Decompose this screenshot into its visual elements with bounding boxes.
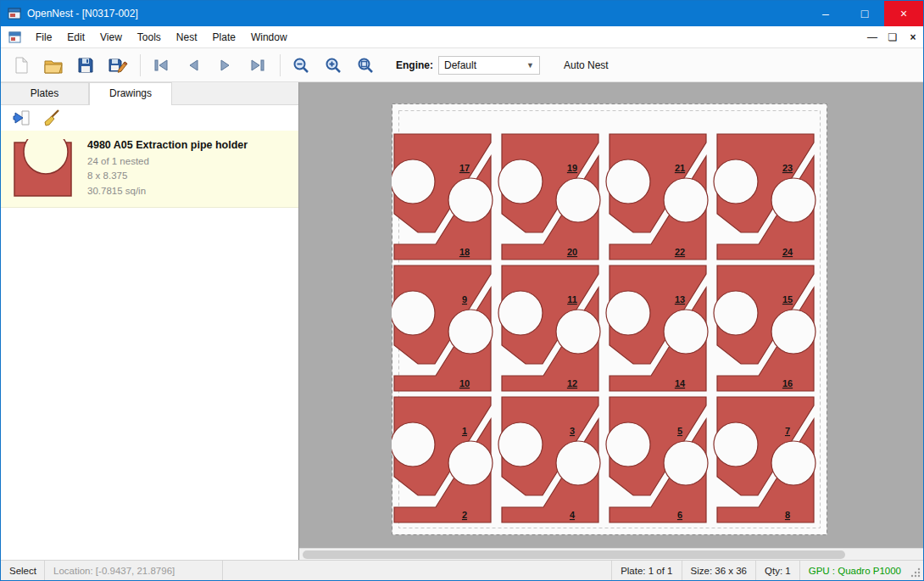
zoom-fit-icon (356, 56, 375, 75)
window-title: OpenNest - [N0317-002] (27, 8, 138, 20)
part-number: 16 (782, 378, 793, 388)
part-number: 15 (782, 294, 793, 304)
part-number: 20 (567, 247, 577, 257)
last-plate-button[interactable] (244, 52, 271, 79)
tab-drawings[interactable]: Drawings (89, 82, 172, 105)
sidebar-tabs: Plates Drawings (1, 82, 298, 105)
mdi-child-icon[interactable] (8, 31, 21, 43)
statusbar: Select Location: [-0.9437, 21.8796] Plat… (1, 560, 923, 580)
part-thumbnail (11, 139, 75, 198)
engine-select[interactable]: Default ▼ (438, 56, 540, 75)
part-circular-cutout (448, 310, 493, 354)
status-mode: Select (1, 561, 45, 580)
part-dimensions: 8 x 8.375 (87, 169, 248, 183)
part-number: 13 (675, 294, 685, 304)
part-circular-cutout (771, 310, 815, 354)
next-plate-button[interactable] (212, 52, 239, 79)
part-circular-cutout (498, 291, 543, 335)
app-icon (8, 7, 21, 20)
part-circular-cutout (448, 441, 493, 485)
part-area: 30.7815 sq/in (87, 184, 248, 198)
part-circular-cutout (714, 159, 758, 204)
part-number: 6 (677, 510, 682, 520)
broom-icon (42, 109, 63, 127)
new-file-icon (12, 56, 31, 75)
save-icon (76, 56, 95, 75)
clear-drawings-button[interactable] (42, 107, 64, 129)
mdi-restore-button[interactable]: ❏ (882, 28, 903, 47)
menu-nest[interactable]: Nest (169, 26, 205, 48)
import-arrow-icon (12, 109, 32, 127)
engine-label: Engine: (396, 59, 433, 71)
part-number: 1 (462, 426, 467, 436)
part-number: 5 (677, 426, 682, 436)
status-size: Size: 36 x 36 (682, 561, 755, 580)
app-window: OpenNest - [N0317-002] – □ × FileEditVie… (0, 0, 924, 581)
part-circular-cutout (498, 159, 543, 204)
part-circular-cutout (606, 159, 650, 204)
close-button[interactable]: × (884, 1, 923, 26)
zoom-out-button[interactable] (287, 52, 314, 79)
part-circular-cutout (714, 291, 758, 335)
part-number: 19 (567, 163, 577, 173)
part-circular-cutout (664, 441, 708, 485)
part-circular-cutout (392, 291, 435, 335)
mdi-close-button[interactable]: × (903, 28, 923, 47)
zoom-in-icon (324, 56, 342, 75)
mdi-minimize-button[interactable]: — (862, 28, 882, 47)
zoom-in-button[interactable] (320, 52, 347, 79)
nest-canvas[interactable]: 171819202122232491011121314151612345678 (299, 82, 923, 560)
menu-window[interactable]: Window (243, 26, 295, 48)
first-plate-button[interactable] (148, 52, 175, 79)
part-circular-cutout (392, 422, 435, 466)
menu-edit[interactable]: Edit (59, 26, 92, 48)
chevron-down-icon: ▼ (526, 61, 534, 70)
menu-view[interactable]: View (92, 26, 130, 48)
part-circular-cutout (498, 422, 543, 466)
new-button[interactable] (8, 52, 35, 79)
tab-plates[interactable]: Plates (1, 82, 89, 104)
part-circular-cutout (606, 422, 650, 466)
drawings-toolbar (1, 105, 298, 131)
status-qty: Qty: 1 (755, 561, 799, 580)
status-gpu: GPU : Quadro P1000 (799, 561, 910, 580)
go-first-icon (152, 56, 170, 75)
part-number: 24 (782, 247, 793, 257)
part-number: 12 (567, 378, 577, 388)
part-number: 9 (462, 294, 467, 304)
import-drawing-button[interactable] (11, 107, 33, 129)
titlebar: OpenNest - [N0317-002] – □ × (1, 1, 923, 26)
zoom-out-icon (292, 56, 310, 75)
zoom-fit-button[interactable] (352, 52, 379, 79)
auto-nest-button[interactable]: Auto Nest (559, 56, 614, 75)
nest-plate-svg[interactable]: 171819202122232491011121314151612345678 (392, 103, 827, 535)
drawing-list-item[interactable]: 4980 A05 Extraction pipe holder 24 of 1 … (1, 131, 298, 208)
go-previous-icon (184, 56, 203, 75)
status-location: Location: [-0.9437, 21.8796] (45, 561, 223, 580)
save-as-button[interactable] (104, 52, 131, 79)
menubar: FileEditViewToolsNestPlateWindow — ❏ × (1, 26, 923, 48)
menu-plate[interactable]: Plate (205, 26, 243, 48)
menu-tools[interactable]: Tools (130, 26, 169, 48)
part-number: 21 (675, 163, 685, 173)
save-button[interactable] (72, 52, 99, 79)
menu-file[interactable]: File (28, 26, 59, 48)
engine-selected-value: Default (444, 59, 476, 71)
minimize-button[interactable]: – (806, 1, 845, 26)
grip-dots-icon (910, 567, 921, 578)
part-number: 10 (459, 378, 470, 388)
open-button[interactable] (40, 52, 67, 79)
h-scrollbar-track[interactable] (299, 548, 923, 560)
part-circular-cutout (448, 178, 493, 222)
maximize-button[interactable]: □ (845, 1, 884, 26)
part-number: 2 (462, 510, 467, 520)
part-circular-cutout (556, 310, 600, 354)
part-number: 4 (570, 510, 576, 520)
h-scrollbar-thumb[interactable] (303, 550, 845, 559)
part-number: 23 (782, 163, 793, 173)
go-last-icon (248, 56, 267, 75)
previous-plate-button[interactable] (180, 52, 207, 79)
status-plate: Plate: 1 of 1 (611, 561, 681, 580)
part-number: 11 (567, 294, 577, 304)
resize-grip[interactable] (910, 561, 923, 580)
